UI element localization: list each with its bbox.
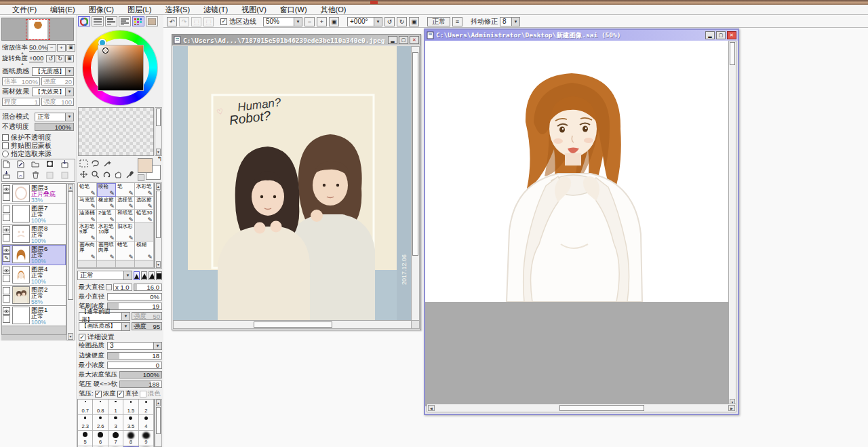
zoom-combo[interactable]: 50%▼ — [263, 17, 302, 26]
drawing-hscrollbar[interactable]: ◀ ▶ — [427, 404, 736, 412]
brush-铅笔[interactable]: 铅笔✎ — [78, 183, 97, 197]
new-folder-icon[interactable] — [31, 159, 40, 168]
layer-visibility-toggle[interactable] — [3, 226, 10, 233]
brush-2值笔[interactable]: 2值笔✎ — [97, 210, 116, 223]
pressure-density-checkbox[interactable]: ✓ — [95, 391, 102, 397]
brush-size-5[interactable]: 5 — [78, 431, 93, 446]
rotate-cw-button[interactable]: ↻ — [397, 17, 407, 26]
layer-secondary-toggle[interactable] — [3, 234, 10, 241]
drawing-close-button[interactable]: ✕ — [727, 31, 736, 39]
move-tool[interactable] — [78, 169, 89, 179]
redo-button[interactable]: ↷ — [179, 17, 189, 26]
texture-strength-field[interactable]: 强度 95 — [132, 322, 162, 330]
menu-item-4[interactable]: 选择(S) — [158, 5, 197, 15]
photo-vscroll-thumb[interactable] — [412, 52, 418, 256]
brush-size-2.3[interactable]: 2.3 — [78, 415, 93, 431]
scratchpad-scroll-thumb[interactable] — [156, 109, 161, 126]
pressure-blend-checkbox[interactable] — [140, 391, 146, 397]
crop-canvas-button[interactable]: ⬚ — [203, 17, 214, 26]
layer-secondary-toggle[interactable] — [3, 315, 10, 323]
brush-油漆桶[interactable]: 油漆桶✎ — [78, 210, 97, 223]
zoom-out-button[interactable]: − — [304, 17, 315, 26]
layer-paint-indicator[interactable]: ✎ — [3, 254, 10, 262]
photo-vscrollbar[interactable] — [411, 46, 420, 321]
photo-minimize-button[interactable]: ▂ — [388, 36, 397, 44]
drawing-hscroll-left-arrow[interactable]: ◀ — [428, 405, 435, 411]
pressure-hard-soft-slider[interactable]: 188 — [119, 381, 162, 388]
rotate-view-tool[interactable] — [101, 169, 112, 179]
brush-scroll-thumb[interactable] — [156, 191, 161, 238]
brush-empty-slot[interactable] — [78, 260, 97, 269]
effect-degree-field[interactable]: 程度1 — [2, 98, 40, 106]
brush-size-0.7[interactable]: 0.7 — [78, 400, 93, 415]
menu-item-0[interactable]: 文件(F) — [5, 5, 43, 15]
navigator[interactable] — [1, 18, 74, 41]
brush-scroll-down-arrow[interactable]: ▼ — [156, 261, 161, 268]
swap-colors-icon[interactable]: ↰ — [157, 155, 162, 162]
angle-combo[interactable]: +000°▼ — [347, 17, 382, 26]
menu-item-2[interactable]: 图像(C) — [82, 5, 121, 15]
rect-select-tool[interactable] — [78, 158, 89, 168]
brush-edge-mid1-button[interactable] — [141, 271, 147, 280]
drawing-vscrollbar[interactable]: ▼ — [728, 41, 736, 406]
merge-down-icon[interactable] — [2, 170, 11, 179]
nav-rotate-ccw-button[interactable]: ↺ — [46, 55, 55, 62]
brush-size-1[interactable]: 1 — [108, 400, 123, 415]
nav-zoom-in-button[interactable]: + — [57, 44, 66, 52]
brush-蜡笔[interactable]: 蜡笔✎ — [116, 241, 135, 260]
brush-选择笔[interactable]: 选择笔✎ — [116, 197, 135, 210]
layer-secondary-toggle[interactable] — [3, 214, 10, 221]
crop-selection-button[interactable]: ⬚ — [191, 17, 201, 26]
size-scroll-up-arrow[interactable]: ▲ — [156, 400, 161, 406]
paper-strength-field[interactable]: 强度20 — [41, 77, 74, 85]
protect-opacity-checkbox[interactable] — [2, 134, 9, 141]
navigator-viewport-rect[interactable] — [26, 19, 50, 40]
menu-item-5[interactable]: 滤镜(T) — [197, 5, 235, 15]
disabled-action1-icon[interactable] — [45, 170, 54, 179]
zoom-combo-arrow[interactable]: ▼ — [294, 18, 302, 26]
selection-source-radio[interactable] — [2, 151, 9, 157]
layer-row-图层3[interactable]: 图层3正片叠底33% — [2, 184, 66, 204]
edge-hardness-slider[interactable]: 18 — [107, 352, 162, 359]
photo-hscroll-thumb[interactable] — [254, 322, 332, 328]
brush-grid-scrollbar[interactable]: ▲ ▼ — [155, 182, 162, 269]
brush-画用纸肉厚[interactable]: 画用纸肉厚✎ — [97, 241, 116, 260]
zoom-reset-button[interactable]: ▣ — [329, 17, 339, 26]
brush-水彩笔9厚[interactable]: 水彩笔9厚✎ — [78, 223, 97, 242]
angle-slider-marker[interactable]: ▲ — [20, 62, 24, 66]
photo-hscrollbar[interactable] — [173, 320, 412, 329]
brush-size-3[interactable]: 3 — [108, 415, 123, 431]
size-scroll-thumb[interactable] — [156, 407, 161, 434]
layer-row-图层8[interactable]: 图层8正常100% — [2, 225, 66, 245]
paper-texture-combo[interactable]: 【无质感】▼ — [32, 67, 74, 76]
scratchpad-tab[interactable] — [146, 16, 158, 26]
nav-rotate-cw-button[interactable]: ↻ — [56, 55, 64, 62]
menu-item-3[interactable]: 图层(L) — [121, 5, 158, 15]
layer-visibility-toggle[interactable] — [3, 206, 10, 213]
swatches-tab[interactable] — [132, 16, 144, 26]
diameter-unit-button[interactable] — [106, 284, 112, 290]
layer-visibility-toggle[interactable] — [3, 267, 10, 274]
layer-row-图层4[interactable]: 图层4正常100% — [2, 265, 66, 286]
photo-resize-grip[interactable] — [411, 320, 420, 329]
brush-水彩笔[interactable]: 水彩笔✎ — [135, 183, 154, 197]
hsv-slider-tab[interactable] — [105, 16, 117, 26]
brush-scroll-up-arrow[interactable]: ▲ — [156, 183, 161, 190]
sv-picker-marker[interactable] — [102, 47, 108, 54]
layer-visibility-toggle[interactable] — [3, 246, 10, 254]
brush-旧水彩[interactable]: 旧水彩✎ — [116, 223, 135, 242]
brush-empty-slot[interactable] — [97, 260, 116, 269]
jitter-combo[interactable]: 8▼ — [500, 17, 520, 26]
brush-blend-combo[interactable]: 正常▼ — [77, 271, 132, 280]
rotate-reset-button[interactable]: ▣ — [409, 17, 419, 26]
scratchpad-scrollbar[interactable]: ▼ — [155, 107, 162, 156]
nav-zoom-out-button[interactable]: − — [47, 44, 56, 52]
menu-item-1[interactable]: 编辑(E) — [43, 5, 82, 15]
layer-mask-icon[interactable] — [45, 159, 54, 168]
undo-button[interactable]: ↶ — [167, 17, 177, 26]
brush-size-9[interactable]: 9 — [139, 431, 154, 446]
effect-strength-field[interactable]: 强度100 — [41, 98, 74, 106]
material-effect-combo[interactable]: 【无效果】▼ — [32, 88, 74, 96]
quality-combo[interactable]: 3▼ — [107, 342, 162, 350]
zoom-tool[interactable] — [90, 169, 100, 179]
